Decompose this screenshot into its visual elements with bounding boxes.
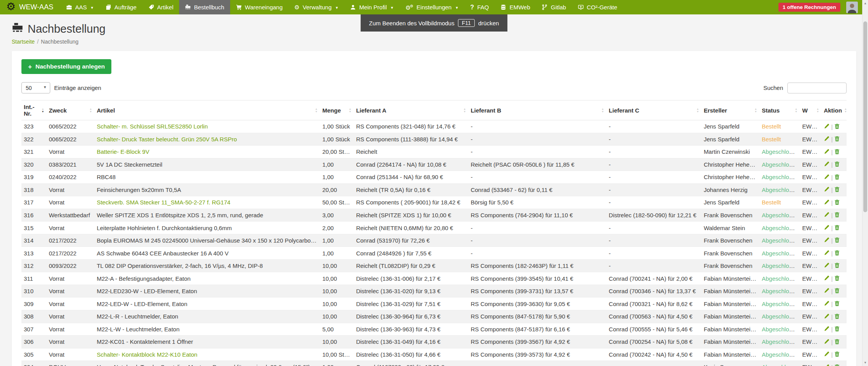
edit-pencil-icon[interactable]	[824, 212, 829, 218]
cell-menge: 10,00	[320, 272, 354, 285]
delete-trash-icon[interactable]	[834, 313, 840, 320]
open-invoices-badge[interactable]: 1 offene Rechnungen	[778, 3, 840, 12]
edit-pencil-icon[interactable]	[824, 301, 829, 307]
delete-trash-icon[interactable]	[834, 326, 840, 333]
nav-item-bestellbuch[interactable]: Bestellbuch	[179, 0, 230, 14]
nav-item-mein-profil[interactable]: Mein Profil ▼	[344, 0, 400, 14]
edit-pencil-icon[interactable]	[824, 136, 829, 143]
delete-trash-icon[interactable]	[834, 364, 840, 366]
delete-trash-icon[interactable]	[834, 199, 840, 206]
delete-trash-icon[interactable]	[834, 250, 840, 257]
edit-pencil-icon[interactable]	[824, 161, 829, 168]
delete-trash-icon[interactable]	[834, 339, 840, 345]
cell-artikel: M22-LED230-W - LED-Element, Eaton	[94, 285, 320, 297]
artikel-text[interactable]: Batterie- E-Block 9V	[97, 148, 149, 155]
nav-item-emweb[interactable]: EMWeb	[495, 0, 536, 14]
edit-pencil-icon[interactable]	[824, 123, 829, 130]
edit-pencil-icon[interactable]	[824, 187, 829, 193]
delete-trash-icon[interactable]	[834, 123, 840, 130]
delete-trash-icon[interactable]	[834, 187, 840, 193]
action-separator: |	[831, 225, 833, 231]
scroll-up-icon[interactable]: ▲	[863, 2, 868, 5]
cell-zweck: Vorrat	[46, 323, 94, 336]
cell-menge: 5,00	[320, 323, 354, 336]
cell-status: Abgeschlossen	[759, 336, 800, 348]
edit-pencil-icon[interactable]	[824, 174, 829, 181]
edit-pencil-icon[interactable]	[824, 351, 829, 358]
device-icon	[578, 4, 584, 10]
artikel-text[interactable]: Schalter- Kontaktblock M22-K10 Eaton	[97, 351, 197, 358]
delete-trash-icon[interactable]	[834, 262, 840, 269]
col-header-w[interactable]: W▲▼	[800, 100, 821, 120]
cell-artikel: Leiterplatte Hohlnieten f. Durchkontakti…	[94, 222, 320, 234]
edit-pencil-icon[interactable]	[824, 225, 829, 231]
nav-item-aas[interactable]: AAS ▼	[60, 0, 100, 14]
edit-pencil-icon[interactable]	[824, 237, 829, 244]
nav-item-auftraege[interactable]: Aufträge	[100, 0, 143, 14]
edit-pencil-icon[interactable]	[824, 149, 829, 155]
edit-pencil-icon[interactable]	[824, 275, 829, 282]
col-header-artikel[interactable]: Artikel▲▼	[94, 100, 320, 120]
col-header-lieferant-c[interactable]: Lieferant C▲▼	[606, 100, 701, 120]
delete-trash-icon[interactable]	[834, 237, 840, 244]
nav-item-co2-geraete[interactable]: CO²-Geräte	[572, 0, 623, 14]
delete-trash-icon[interactable]	[834, 301, 840, 307]
edit-pencil-icon[interactable]	[824, 326, 829, 333]
delete-trash-icon[interactable]	[834, 174, 840, 181]
nav-item-artikel[interactable]: Artikel	[143, 0, 180, 14]
user-avatar[interactable]	[846, 2, 858, 13]
nav-item-faq[interactable]: ? FAQ	[465, 0, 495, 14]
col-header-zweck[interactable]: Zweck▲▼	[46, 100, 94, 120]
col-header-status[interactable]: Status▲▼	[759, 100, 800, 120]
cell-w: EWPHY	[800, 196, 821, 209]
edit-pencil-icon[interactable]	[824, 313, 829, 320]
artikel-text: RBC48	[97, 174, 115, 180]
col-header-int-nr[interactable]: Int.-Nr.▲▼	[21, 100, 46, 120]
vertical-scrollbar[interactable]: ▲ ▼	[862, 0, 868, 366]
search-input[interactable]	[787, 83, 847, 93]
create-reorder-button[interactable]: + Nachbestellung anlegen	[21, 59, 111, 74]
nav-item-gitlab[interactable]: Gitlab	[536, 0, 572, 14]
delete-trash-icon[interactable]	[834, 161, 840, 168]
edit-pencil-icon[interactable]	[824, 339, 829, 345]
cell-aktion: |	[821, 297, 847, 310]
nav-item-einstellungen[interactable]: ⚙⚙ Einstellungen ▼	[400, 0, 464, 14]
nav-item-verwaltung[interactable]: ⚙ Verwaltung ▼	[289, 0, 345, 14]
delete-trash-icon[interactable]	[834, 275, 840, 282]
delete-trash-icon[interactable]	[834, 225, 840, 231]
cell-artikel: AS Schwabe 60443 CEE Anbaustecker 16 A 4…	[94, 247, 320, 260]
sort-asc-icon: ▲	[844, 107, 847, 110]
col-header-ersteller[interactable]: Ersteller▲▼	[701, 100, 759, 120]
cell-status: Abgeschlossen	[759, 323, 800, 336]
scrollbar-thumb[interactable]	[863, 21, 867, 212]
table-row: 316 Werkstattbedarf Weller SPITZE XDS 1 …	[21, 209, 847, 222]
edit-pencil-icon[interactable]	[824, 288, 829, 294]
col-header-lieferant-a[interactable]: Lieferant A▲▼	[354, 100, 468, 120]
artikel-text[interactable]: Steckverb. SMA Stecker 11_SMA-50-2-27 f.…	[97, 199, 230, 206]
artikel-text[interactable]: Schalter- m. Schlüssel SRL5ES2850 Lorlin	[97, 123, 208, 130]
delete-trash-icon[interactable]	[834, 212, 840, 218]
edit-pencil-icon[interactable]	[824, 262, 829, 269]
cell-aktion: |	[821, 348, 847, 361]
edit-pencil-icon[interactable]	[824, 364, 829, 366]
delete-trash-icon[interactable]	[834, 288, 840, 294]
col-header-aktion[interactable]: Aktion▲▼	[821, 100, 847, 120]
artikel-text[interactable]: Schalter- Druck Taster beleucht. Grün 25…	[97, 136, 237, 143]
brand[interactable]: ⚙ WEW-AAS	[6, 0, 53, 14]
delete-trash-icon[interactable]	[834, 136, 840, 143]
page-size-select[interactable]: 50	[21, 82, 50, 93]
cell-zweck: Vorrat	[46, 272, 94, 285]
cell-zweck: 0240/2022	[46, 171, 94, 184]
sort-asc-icon: ▲	[349, 107, 351, 110]
edit-pencil-icon[interactable]	[824, 199, 829, 206]
nav-item-wareneingang[interactable]: Wareneingang	[230, 0, 289, 14]
cell-aktion: |	[821, 247, 847, 260]
delete-trash-icon[interactable]	[834, 149, 840, 155]
col-header-menge[interactable]: Menge▲▼	[320, 100, 354, 120]
edit-pencil-icon[interactable]	[824, 250, 829, 257]
cell-w: EWPHY	[800, 222, 821, 234]
breadcrumb-home-link[interactable]: Startseite	[12, 39, 35, 45]
delete-trash-icon[interactable]	[834, 351, 840, 358]
scroll-down-icon[interactable]: ▼	[863, 361, 868, 364]
col-header-lieferant-b[interactable]: Lieferant B▲▼	[468, 100, 607, 120]
